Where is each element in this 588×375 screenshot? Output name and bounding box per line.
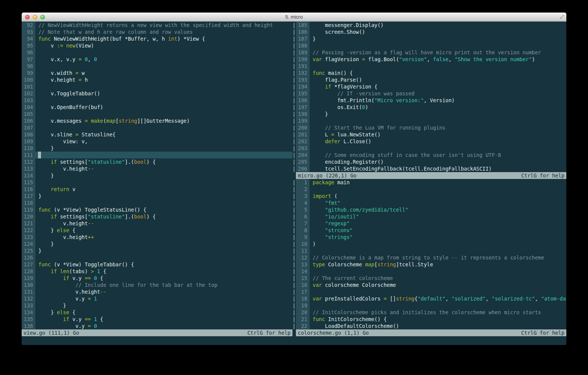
- code-line[interactable]: 93// Note that w and h are raw column an…: [22, 28, 292, 35]
- code-text[interactable]: if v.y == 1 {: [35, 316, 292, 323]
- code-line[interactable]: 102 v.ToggleTabbar(): [22, 90, 292, 97]
- code-text[interactable]: if settings["statusline"].(bool) {: [35, 213, 292, 220]
- code-line[interactable]: 134 } else {: [22, 309, 292, 316]
- window-titlebar[interactable]: 5. micro ⤢: [22, 13, 566, 22]
- code-text[interactable]: os.Exit(0): [310, 104, 566, 111]
- code-text[interactable]: [310, 268, 566, 275]
- code-text[interactable]: [310, 288, 566, 295]
- code-text[interactable]: defer L.Close(): [310, 138, 566, 145]
- code-line[interactable]: 112 if settings["statusline"].(bool) {: [22, 158, 292, 165]
- code-line[interactable]: |18var preInstalledColors = []string{"de…: [292, 295, 566, 302]
- code-text[interactable]: // Passing -version as a flag will have …: [310, 49, 566, 56]
- code-line[interactable]: 118: [22, 199, 292, 206]
- code-text[interactable]: [310, 186, 566, 193]
- code-line[interactable]: |204 // Some encoding stuff in case the …: [292, 152, 566, 158]
- code-text[interactable]: }: [310, 35, 566, 42]
- code-text[interactable]: v := new(View): [35, 42, 292, 49]
- code-text[interactable]: [35, 63, 292, 70]
- code-line[interactable]: 110 }: [22, 145, 292, 152]
- code-line[interactable]: 100 v.height = h: [22, 76, 292, 83]
- code-text[interactable]: "github.com/zyedidia/tcell": [310, 206, 566, 213]
- code-text[interactable]: screen.Show(): [310, 28, 566, 35]
- code-line[interactable]: 101: [22, 83, 292, 90]
- code-line[interactable]: 95 v := new(View): [22, 42, 292, 49]
- code-text[interactable]: } else {: [35, 309, 292, 316]
- code-text[interactable]: // Colorscheme is a map from string to s…: [310, 254, 566, 261]
- code-line[interactable]: 113 v.height--: [22, 165, 292, 172]
- code-text[interactable]: [35, 254, 292, 261]
- code-line[interactable]: 127func (v *View) ToggleTabbar() {: [22, 261, 292, 268]
- code-line[interactable]: |203: [292, 145, 566, 152]
- code-line[interactable]: |1package main: [292, 179, 566, 186]
- code-line[interactable]: 96: [22, 49, 292, 56]
- code-text[interactable]: } else {: [35, 227, 292, 234]
- code-line[interactable]: 116 return v: [22, 186, 292, 193]
- code-text[interactable]: import (: [310, 193, 566, 199]
- code-line[interactable]: 99 v.width = w: [22, 70, 292, 76]
- code-line[interactable]: |22 LoadDefaultColorscheme(): [292, 323, 566, 329]
- code-line[interactable]: 107: [22, 124, 292, 131]
- code-text[interactable]: if settings["statusline"].(bool) {: [35, 158, 292, 165]
- code-line[interactable]: |5 "github.com/zyedidia/tcell": [292, 206, 566, 213]
- code-text[interactable]: L = lua.NewState(): [310, 131, 566, 138]
- code-text[interactable]: v.y = 0: [35, 323, 292, 329]
- code-text[interactable]: func InitColorscheme() {: [310, 316, 566, 323]
- code-line[interactable]: |11: [292, 247, 566, 254]
- code-line[interactable]: 103: [22, 97, 292, 104]
- code-text[interactable]: [35, 179, 292, 186]
- code-text[interactable]: // Note that w and h are raw column and …: [35, 28, 292, 35]
- code-text[interactable]: if len(tabs) > 1 {: [35, 268, 292, 275]
- code-line[interactable]: |14: [292, 268, 566, 275]
- code-text[interactable]: "strings": [310, 234, 566, 241]
- code-line[interactable]: 129 if v.y == 0 {: [22, 275, 292, 282]
- code-line[interactable]: |19: [292, 302, 566, 309]
- code-line[interactable]: |190var flagVersion = flag.Bool("version…: [292, 56, 566, 63]
- code-line[interactable]: 133 }: [22, 302, 292, 309]
- code-text[interactable]: [310, 63, 566, 70]
- code-text[interactable]: messenger.Display(): [310, 22, 566, 28]
- code-text[interactable]: [310, 145, 566, 152]
- code-line[interactable]: |20// InitColorscheme picks and initiali…: [292, 309, 566, 316]
- code-text[interactable]: [35, 124, 292, 131]
- code-line[interactable]: 135 if v.y == 1 {: [22, 316, 292, 323]
- code-text[interactable]: flag.Parse(): [310, 76, 566, 83]
- code-line[interactable]: |7 "regexp": [292, 220, 566, 227]
- code-text[interactable]: v.sline = Statusline{: [35, 131, 292, 138]
- code-line[interactable]: 109 view: v,: [22, 138, 292, 145]
- code-text[interactable]: func main() {: [310, 70, 566, 76]
- code-text[interactable]: }: [35, 241, 292, 247]
- code-text[interactable]: }: [310, 111, 566, 117]
- code-text[interactable]: package main: [310, 179, 566, 186]
- code-text[interactable]: "io/ioutil": [310, 213, 566, 220]
- code-line[interactable]: |205 encoding.Register(): [292, 158, 566, 165]
- code-line[interactable]: |197 os.Exit(0): [292, 104, 566, 111]
- code-line[interactable]: |206 tcell.SetEncodingFallback(tcell.Enc…: [292, 165, 566, 172]
- code-line[interactable]: 126: [22, 254, 292, 261]
- code-line[interactable]: 97 v.x, v.y = 0, 0: [22, 56, 292, 63]
- code-line[interactable]: |186 screen.Show(): [292, 28, 566, 35]
- code-text[interactable]: v.width = w: [35, 70, 292, 76]
- code-text[interactable]: // InitColorscheme picks and initializes…: [310, 309, 566, 316]
- code-text[interactable]: func (v *View) ToggleTabbar() {: [35, 261, 292, 268]
- code-text[interactable]: v.height = h: [35, 76, 292, 83]
- code-line[interactable]: |193 flag.Parse(): [292, 76, 566, 83]
- code-line[interactable]: 94func NewViewWidthHeight(buf *Buffer, w…: [22, 35, 292, 42]
- code-line[interactable]: 120 if settings["statusline"].(bool) {: [22, 213, 292, 220]
- code-line[interactable]: 114 }: [22, 172, 292, 179]
- code-line[interactable]: 115: [22, 179, 292, 186]
- code-line[interactable]: 131 v.height--: [22, 288, 292, 295]
- code-line[interactable]: |199: [292, 117, 566, 124]
- code-line[interactable]: |187}: [292, 35, 566, 42]
- code-line[interactable]: |3import (: [292, 193, 566, 199]
- code-line[interactable]: 105: [22, 111, 292, 117]
- code-text[interactable]: ): [310, 241, 566, 247]
- code-text[interactable]: }: [35, 172, 292, 179]
- code-line[interactable]: 124 }: [22, 241, 292, 247]
- code-line[interactable]: 92// NewViewWidthHeight returns a new vi…: [22, 22, 292, 28]
- code-text[interactable]: encoding.Register(): [310, 158, 566, 165]
- code-line[interactable]: 106 v.messages = make(map[string][]Gutte…: [22, 117, 292, 124]
- code-text[interactable]: view: v,: [35, 138, 292, 145]
- code-line[interactable]: |17: [292, 288, 566, 295]
- code-text[interactable]: v.messages = make(map[string][]GutterMes…: [35, 117, 292, 124]
- code-line[interactable]: |202 defer L.Close(): [292, 138, 566, 145]
